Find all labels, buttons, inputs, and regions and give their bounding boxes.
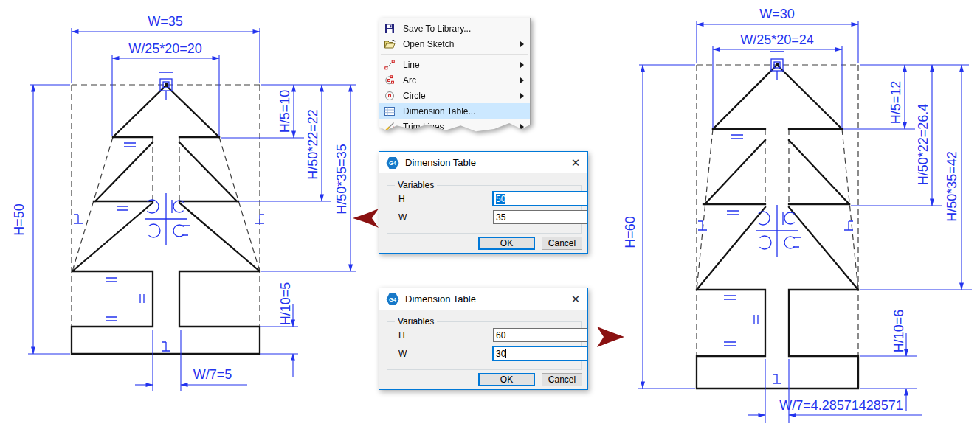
dim-h10[interactable]: H/10=5 — [278, 282, 293, 326]
cancel-button[interactable]: Cancel — [542, 373, 582, 386]
h-value: 60 — [496, 330, 505, 341]
menu-item-save-to-library[interactable]: Save To Library... — [379, 21, 530, 36]
variables-group: Variables H 60 W 30 — [387, 321, 582, 370]
constraint-glyphs-right — [698, 52, 853, 383]
menu-item-label: Arc — [403, 75, 520, 86]
w-input[interactable]: 35 — [493, 210, 587, 224]
dim-h22[interactable]: H/50*22=22 — [306, 109, 320, 180]
submenu-arrow-icon — [520, 93, 524, 99]
menu-item-line[interactable]: Line — [379, 57, 530, 72]
field-label-w: W — [398, 349, 407, 359]
menu-item-dimension-table[interactable]: Dimension Table... — [379, 103, 530, 119]
menu-item-label: Save To Library... — [403, 24, 530, 34]
menu-item-open-sketch[interactable]: Open Sketch — [379, 36, 530, 52]
h-input[interactable]: 50 — [493, 192, 587, 206]
h-input[interactable]: 60 — [493, 328, 587, 342]
dim-w7[interactable]: W/7=4.28571428571 — [779, 398, 903, 413]
svg-text:G4: G4 — [389, 296, 397, 303]
dim-w[interactable]: W=30 — [759, 7, 795, 21]
menu-item-label: Dimension Table... — [403, 106, 530, 116]
context-menu: Save To Library... Open Sketch Line Arc … — [379, 18, 531, 135]
field-label-h: H — [398, 330, 405, 341]
group-label: Variables — [395, 316, 437, 327]
constraint-glyphs-left — [74, 72, 264, 351]
submenu-arrow-icon — [520, 77, 524, 83]
menu-item-arc[interactable]: Arc — [379, 72, 530, 88]
dim-w[interactable]: W=35 — [148, 14, 183, 29]
field-label-h: H — [398, 194, 405, 204]
app-g4-icon: G4 — [386, 293, 399, 306]
dialog-title-bar[interactable]: G4 Dimension Table ✕ — [379, 288, 587, 310]
left-tree-drawing: W=35 W/25*20=20 H=50 H/5=10 H/50*22=22 H… — [12, 14, 356, 391]
menu-item-circle[interactable]: Circle — [379, 88, 530, 103]
line-icon — [384, 59, 396, 71]
menu-item-label: Line — [403, 60, 520, 70]
dim-w-sub[interactable]: W/25*20=24 — [740, 32, 814, 47]
dim-h35[interactable]: H/50*35=35 — [334, 144, 349, 215]
cancel-button[interactable]: Cancel — [542, 237, 582, 250]
dialog-title: Dimension Table — [405, 157, 476, 168]
trim-icon — [384, 121, 396, 133]
dim-h5[interactable]: H/5=12 — [888, 81, 903, 125]
text-caret — [505, 349, 506, 358]
dim-h22[interactable]: H/50*22=26.4 — [916, 104, 931, 186]
dim-w7[interactable]: W/7=5 — [193, 367, 232, 382]
w-value: 35 — [496, 212, 505, 223]
callout-arrow-right-icon — [597, 327, 624, 347]
submenu-arrow-icon — [520, 124, 524, 130]
screenshot-stage: W=35 W/25*20=20 H=50 H/5=10 H/50*22=22 H… — [0, 0, 980, 432]
variables-group: Variables H 50 W 35 — [387, 185, 582, 234]
app-g4-icon: G4 — [386, 156, 399, 170]
dim-h5[interactable]: H/5=10 — [277, 90, 292, 133]
dialog-title: Dimension Table — [405, 293, 476, 304]
save-icon — [384, 23, 396, 35]
dimension-table-dialog-1: G4 Dimension Table ✕ Variables H 50 W 35… — [379, 151, 588, 254]
field-label-w: W — [398, 212, 407, 223]
close-icon[interactable]: ✕ — [564, 152, 587, 173]
w-input[interactable]: 30 — [493, 346, 587, 360]
dialog-title-bar[interactable]: G4 Dimension Table ✕ — [379, 152, 587, 173]
svg-text:G4: G4 — [389, 160, 397, 167]
menu-item-label: Open Sketch — [403, 39, 520, 49]
arc-icon — [384, 74, 396, 86]
callout-arrow-left-icon — [353, 209, 379, 228]
menu-item-label: Trim Lines — [403, 122, 520, 132]
dim-h[interactable]: H=60 — [623, 216, 638, 248]
circle-icon — [384, 90, 396, 102]
dim-h[interactable]: H=50 — [12, 203, 27, 236]
dim-h35[interactable]: H/50*35=42 — [945, 151, 959, 222]
open-folder-icon — [384, 38, 396, 50]
dimension-table-dialog-2: G4 Dimension Table ✕ Variables H 60 W 30… — [379, 288, 588, 390]
close-icon[interactable]: ✕ — [564, 288, 587, 310]
h-value-selected: 50 — [496, 194, 505, 204]
dim-w-sub[interactable]: W/25*20=20 — [128, 41, 202, 56]
group-label: Variables — [395, 180, 437, 190]
submenu-arrow-icon — [520, 41, 524, 47]
dim-h10[interactable]: H/10=6 — [891, 310, 906, 353]
menu-item-trim-lines[interactable]: Trim Lines — [379, 119, 530, 134]
menu-separator — [381, 54, 528, 55]
menu-item-label: Circle — [403, 91, 520, 101]
right-tree-drawing: W=30 W/25*20=24 H=60 H/5=12 H/50*22=26.4… — [623, 7, 972, 423]
dimension-table-icon — [384, 105, 396, 117]
ok-button[interactable]: OK — [478, 237, 535, 250]
w-value: 30 — [496, 349, 505, 359]
ok-button[interactable]: OK — [478, 373, 535, 386]
submenu-arrow-icon — [520, 62, 524, 68]
